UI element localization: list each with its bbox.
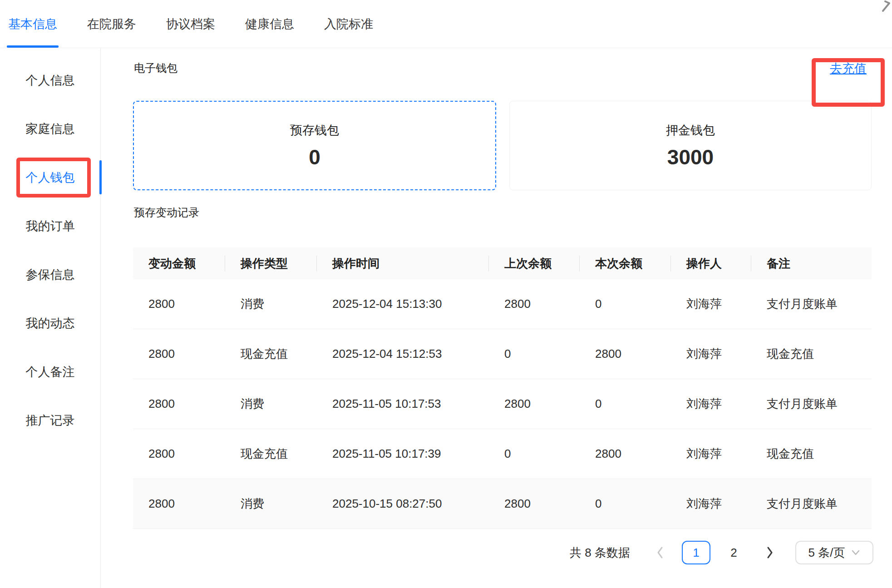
table-row: 2800 消费 2025-12-04 15:13:30 2800 0 刘海萍 支… — [133, 279, 872, 329]
cell-operation-type: 现金充值 — [225, 346, 317, 362]
column-header-operation-type: 操作类型 — [225, 256, 317, 272]
chevron-down-icon — [851, 549, 860, 556]
chevron-left-icon — [656, 546, 664, 559]
go-recharge-link[interactable]: 去充值 — [830, 60, 867, 77]
cell-change-amount: 2800 — [133, 347, 225, 361]
sidebar-item-insurance-info[interactable]: 参保信息 — [0, 250, 100, 299]
sidebar: 个人信息 家庭信息 个人钱包 我的订单 参保信息 我的动态 个人备注 推广记录 — [0, 48, 101, 588]
cell-operator: 刘海萍 — [671, 396, 751, 412]
tab-inpatient-service[interactable]: 在院服务 — [87, 0, 136, 48]
corner-cursor-artifact — [879, 0, 892, 18]
cell-previous-balance: 2800 — [489, 297, 580, 311]
prestore-wallet-value: 0 — [309, 145, 320, 169]
cell-remark: 支付月度账单 — [751, 296, 872, 312]
cell-operation-time: 2025-12-04 15:13:30 — [317, 297, 489, 311]
sidebar-item-label: 个人钱包 — [26, 169, 75, 186]
sidebar-item-my-orders[interactable]: 我的订单 — [0, 202, 100, 250]
page-button-2[interactable]: 2 — [720, 541, 748, 564]
cell-current-balance: 2800 — [580, 347, 671, 361]
cell-change-amount: 2800 — [133, 447, 225, 461]
page-button-1[interactable]: 1 — [682, 541, 710, 564]
e-wallet-section-label: 电子钱包 — [134, 61, 177, 75]
cell-operator: 刘海萍 — [671, 296, 751, 312]
active-indicator-bar — [99, 160, 102, 194]
cell-change-amount: 2800 — [133, 497, 225, 511]
sidebar-item-family-info[interactable]: 家庭信息 — [0, 104, 100, 153]
cell-operator: 刘海萍 — [671, 496, 751, 512]
cell-operator: 刘海萍 — [671, 446, 751, 462]
prestore-wallet-card[interactable]: 预存钱包 0 — [133, 101, 496, 190]
cell-operation-type: 消费 — [225, 496, 317, 512]
cell-operation-type: 消费 — [225, 296, 317, 312]
sidebar-item-personal-notes[interactable]: 个人备注 — [0, 347, 100, 396]
cell-previous-balance: 0 — [489, 347, 580, 361]
cell-operation-type: 现金充值 — [225, 446, 317, 462]
cell-change-amount: 2800 — [133, 397, 225, 411]
cell-operation-time: 2025-11-05 10:17:39 — [317, 447, 489, 461]
sidebar-item-personal-info[interactable]: 个人信息 — [0, 56, 100, 104]
table-row: 2800 消费 2025-11-05 10:17:53 2800 0 刘海萍 支… — [133, 379, 872, 429]
tab-agreement-archive[interactable]: 协议档案 — [166, 0, 215, 48]
tab-bar: 基本信息 在院服务 协议档案 健康信息 入院标准 — [0, 0, 892, 48]
cell-operation-type: 消费 — [225, 396, 317, 412]
cell-remark: 现金充值 — [751, 346, 872, 362]
deposit-wallet-value: 3000 — [667, 145, 714, 169]
prev-page-button[interactable] — [651, 541, 669, 564]
cell-operation-time: 2025-10-15 08:27:50 — [317, 497, 489, 511]
deposit-wallet-card: 押金钱包 3000 — [509, 101, 872, 190]
cell-current-balance: 0 — [580, 297, 671, 311]
sidebar-item-promotion-records[interactable]: 推广记录 — [0, 396, 100, 445]
cell-operator: 刘海萍 — [671, 346, 751, 362]
cell-operation-time: 2025-12-04 15:12:53 — [317, 347, 489, 361]
cell-operation-time: 2025-11-05 10:17:53 — [317, 397, 489, 411]
cell-previous-balance: 2800 — [489, 397, 580, 411]
next-page-button[interactable] — [761, 541, 779, 564]
tab-basic-info[interactable]: 基本信息 — [8, 0, 57, 48]
cell-current-balance: 0 — [580, 497, 671, 511]
prestore-records-section-label: 预存变动记录 — [134, 205, 199, 220]
page-size-label: 5 条/页 — [808, 545, 845, 561]
column-header-operator: 操作人 — [671, 256, 751, 272]
cell-previous-balance: 2800 — [489, 497, 580, 511]
prestore-wallet-title: 预存钱包 — [290, 122, 339, 138]
column-header-change-amount: 变动金额 — [133, 256, 225, 272]
chevron-right-icon — [766, 546, 774, 559]
cell-current-balance: 2800 — [580, 447, 671, 461]
column-header-previous-balance: 上次余额 — [489, 256, 580, 272]
sidebar-item-personal-wallet[interactable]: 个人钱包 — [0, 153, 100, 202]
table-body: 2800 消费 2025-12-04 15:13:30 2800 0 刘海萍 支… — [133, 279, 872, 529]
tab-admission-standard[interactable]: 入院标准 — [324, 0, 373, 48]
sidebar-item-my-activity[interactable]: 我的动态 — [0, 299, 100, 347]
table-row: 2800 现金充值 2025-12-04 15:12:53 0 2800 刘海萍… — [133, 329, 872, 379]
column-header-operation-time: 操作时间 — [317, 256, 489, 272]
deposit-wallet-title: 押金钱包 — [666, 122, 715, 138]
cell-remark: 支付月度账单 — [751, 396, 872, 412]
cell-remark: 现金充值 — [751, 446, 872, 462]
table-header-row: 变动金额 操作类型 操作时间 上次余额 本次余额 操作人 备注 — [133, 247, 872, 279]
column-header-current-balance: 本次余额 — [580, 256, 671, 272]
prestore-records-table: 变动金额 操作类型 操作时间 上次余额 本次余额 操作人 备注 2800 消费 … — [133, 247, 872, 529]
column-header-remark: 备注 — [751, 256, 872, 272]
cell-current-balance: 0 — [580, 397, 671, 411]
cell-remark: 支付月度账单 — [751, 496, 872, 512]
table-row: 2800 现金充值 2025-11-05 10:17:39 0 2800 刘海萍… — [133, 429, 872, 479]
page-size-select[interactable]: 5 条/页 — [795, 541, 873, 564]
pagination-total-text: 共 8 条数据 — [570, 545, 630, 561]
cell-change-amount: 2800 — [133, 297, 225, 311]
table-row: 2800 消费 2025-10-15 08:27:50 2800 0 刘海萍 支… — [133, 479, 872, 529]
tab-health-info[interactable]: 健康信息 — [245, 0, 294, 48]
pagination: 共 8 条数据 1 2 5 条/页 — [570, 540, 873, 565]
cell-previous-balance: 0 — [489, 447, 580, 461]
wallet-cards: 预存钱包 0 押金钱包 3000 — [133, 101, 872, 190]
